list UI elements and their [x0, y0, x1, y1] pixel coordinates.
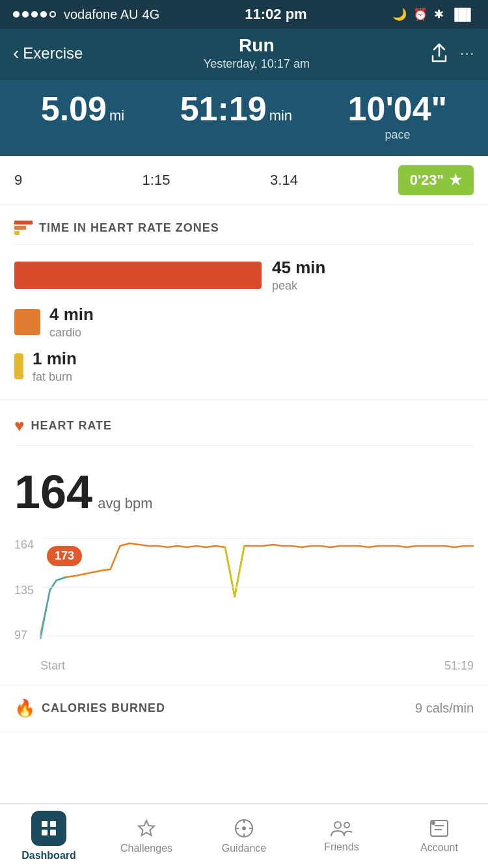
nav-item-guidance[interactable]: Guidance — [195, 818, 293, 854]
peak-zone-bar: 45 min peak — [14, 258, 474, 293]
lap-distance: 3.14 — [270, 172, 398, 189]
back-label: Exercise — [23, 44, 83, 62]
network-type: 4G — [142, 7, 160, 22]
fatburn-swatch — [14, 353, 23, 379]
stats-bar: 5.09mi 51:19min 10'04" pace — [0, 80, 488, 156]
nav-item-friends[interactable]: Friends — [293, 819, 390, 853]
distance-unit: mi — [109, 107, 124, 124]
hr-zones-header: TIME IN HEART RATE ZONES — [14, 221, 474, 245]
header-title-block: Run Yesterday, 10:17 am — [204, 35, 310, 71]
dot3 — [31, 11, 38, 18]
hr-zones-icon — [14, 221, 33, 235]
grid-line-top — [40, 538, 474, 539]
more-button[interactable]: ··· — [460, 46, 475, 61]
hr-chart: 164 135 97 — [14, 532, 474, 649]
account-icon — [429, 819, 450, 838]
back-arrow-icon: ‹ — [13, 43, 19, 64]
hr-title: HEART RATE — [31, 419, 112, 433]
distance-stat: 5.09mi — [41, 92, 124, 142]
y-label-135: 135 — [14, 584, 34, 597]
lap-number: 9 — [14, 172, 142, 189]
star-icon: ★ — [449, 172, 462, 189]
hr-zones-title: TIME IN HEART RATE ZONES — [39, 221, 219, 235]
y-label-164: 164 — [14, 538, 34, 552]
calories-section: 🔥 CALORIES BURNED 9 cals/min — [0, 685, 488, 732]
svg-point-9 — [243, 827, 245, 830]
svg-rect-3 — [42, 821, 47, 827]
guidance-label: Guidance — [222, 843, 267, 854]
svg-point-14 — [334, 822, 341, 828]
nav-item-account[interactable]: Account — [390, 819, 488, 854]
fatburn-zone-text: 1 min fat burn — [33, 349, 77, 384]
back-button[interactable]: ‹ Exercise — [13, 43, 83, 64]
battery-icon: ▐█▌ — [450, 8, 475, 21]
account-label: Account — [420, 842, 458, 854]
peak-name: peak — [272, 279, 325, 293]
heart-rate-zones-section: TIME IN HEART RATE ZONES 45 min peak 4 m… — [0, 205, 488, 400]
cardio-name: cardio — [49, 326, 94, 340]
lap-time: 1:15 — [142, 172, 271, 189]
lap-row: 9 1:15 3.14 0'23" ★ — [0, 156, 488, 205]
header-actions: ··· — [430, 43, 475, 64]
pace-stat: 10'04" pace — [348, 92, 448, 142]
svg-rect-0 — [14, 221, 33, 224]
x-label-end: 51:19 — [444, 659, 474, 673]
signal-dots — [13, 11, 56, 18]
cardio-zone-text: 4 min cardio — [49, 305, 94, 340]
duration-value: 51:19 — [180, 90, 267, 128]
peak-zone-text: 45 min peak — [272, 258, 325, 293]
dot1 — [13, 11, 20, 18]
chart-tooltip: 173 — [47, 546, 82, 566]
fire-icon: 🔥 — [14, 698, 35, 718]
dashboard-icon — [31, 811, 66, 846]
distance-value: 5.09 — [41, 90, 107, 128]
svg-rect-2 — [14, 231, 20, 235]
grid-line-mid — [40, 587, 474, 588]
calories-title: CALORIES BURNED — [42, 701, 165, 715]
hr-header: ♥ HEART RATE — [14, 416, 474, 446]
share-button[interactable] — [430, 43, 448, 64]
svg-rect-1 — [14, 226, 26, 230]
svg-point-15 — [344, 822, 349, 828]
header: ‹ Exercise Run Yesterday, 10:17 am ··· — [0, 29, 488, 80]
carrier-label: vodafone AU — [64, 7, 139, 22]
friends-icon — [330, 819, 353, 837]
heart-icon: ♥ — [14, 416, 24, 436]
hr-avg-row: 164avg bpm — [14, 459, 474, 532]
x-label-start: Start — [40, 659, 65, 673]
heart-rate-section: ♥ HEART RATE 164avg bpm 164 135 97 — [0, 400, 488, 679]
cardio-zone: 4 min cardio — [14, 305, 474, 340]
lap-best: 0'23" ★ — [398, 165, 474, 195]
calories-rate: 9 cals/min — [415, 701, 474, 716]
workout-date: Yesterday, 10:17 am — [204, 57, 310, 71]
cardio-swatch — [14, 309, 40, 335]
hr-chart-svg — [40, 532, 474, 649]
svg-marker-7 — [139, 821, 154, 835]
hr-avg-value: 164 — [14, 466, 92, 518]
friends-label: Friends — [324, 841, 359, 853]
hr-avg-label: avg bpm — [98, 495, 152, 511]
alarm-icon: ⏰ — [413, 7, 427, 21]
moon-icon: 🌙 — [392, 7, 407, 21]
lap-best-value: 0'23" — [410, 172, 444, 189]
guidance-icon — [234, 818, 254, 839]
y-label-97: 97 — [14, 629, 34, 642]
svg-rect-4 — [50, 821, 56, 827]
status-bar: vodafone AU 4G 11:02 pm 🌙 ⏰ ✱ ▐█▌ — [0, 0, 488, 29]
peak-time: 45 min — [272, 258, 325, 278]
chart-y-labels: 164 135 97 — [14, 532, 34, 649]
challenges-icon — [136, 818, 157, 839]
svg-rect-5 — [42, 830, 47, 835]
fatburn-time: 1 min — [33, 349, 77, 369]
bluetooth-icon: ✱ — [434, 7, 444, 21]
duration-unit: min — [269, 107, 292, 124]
cardio-time: 4 min — [49, 305, 94, 325]
dot4 — [40, 11, 47, 18]
chart-x-labels: Start 51:19 — [14, 655, 474, 673]
status-left: vodafone AU 4G — [13, 7, 159, 22]
nav-item-challenges[interactable]: Challenges — [98, 818, 195, 854]
dot2 — [22, 11, 29, 18]
nav-item-dashboard[interactable]: Dashboard — [0, 811, 98, 861]
calories-left: 🔥 CALORIES BURNED — [14, 698, 165, 718]
duration-stat: 51:19min — [180, 92, 292, 142]
